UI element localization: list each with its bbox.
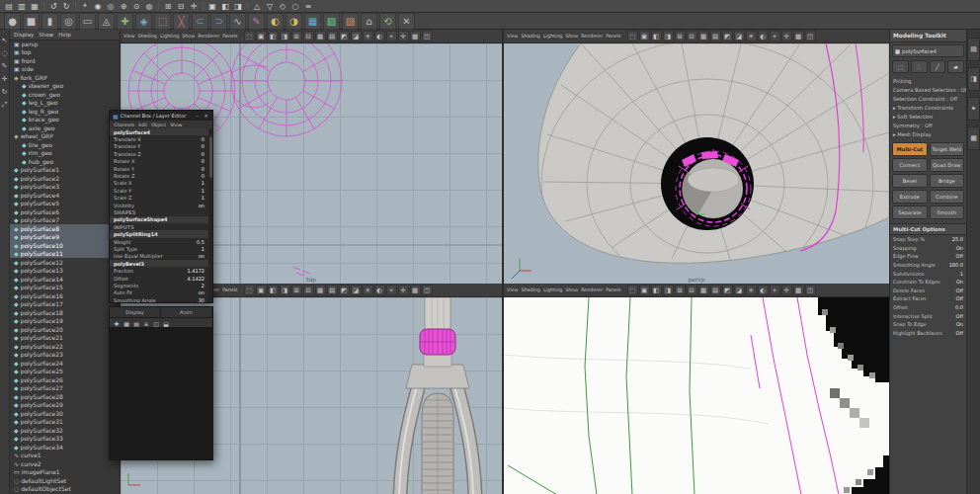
file-open-icon[interactable]: ▥ [16, 1, 28, 12]
channel-value[interactable]: on [199, 253, 204, 259]
viewport-toolbar-icon[interactable]: ◧ [268, 285, 279, 295]
channel-value[interactable]: 2 [202, 283, 204, 288]
channel-row[interactable]: Segments 2 [110, 282, 208, 288]
outliner-item[interactable]: ◆ steerer_geo [10, 82, 120, 91]
modeling-toolkit-tab-icon[interactable]: ▦ [967, 126, 980, 150]
viewport-toolbar-icon[interactable]: ⌖ [770, 285, 780, 295]
outliner-item[interactable]: ◆ polySurface24 [10, 359, 120, 368]
channel-value[interactable]: 0.5 [197, 239, 204, 245]
viewport-menu[interactable]: Panels [222, 34, 237, 39]
viewport-toolbar-icon[interactable]: ✛ [398, 31, 409, 41]
channel-box-menu[interactable]: Show [170, 123, 182, 127]
option-value[interactable]: 0.0 [955, 304, 963, 310]
viewport-menu[interactable]: Lighting [543, 288, 562, 292]
edge-mode-icon[interactable]: ╱ [930, 60, 946, 73]
viewport-toolbar-icon[interactable]: ◧ [651, 285, 662, 295]
viewport-toolbar-icon[interactable]: ◩ [722, 285, 733, 295]
default-material-icon[interactable]: ○ [289, 1, 301, 12]
separator[interactable]: ┆ [156, 1, 161, 12]
ipr-render-icon[interactable]: ◧ [219, 1, 231, 12]
viewport-toolbar-icon[interactable]: ◐ [374, 285, 385, 295]
tool-button[interactable]: Smooth [930, 206, 965, 219]
window-titlebar[interactable]: ▦ Channel Box / Layer Editor – ✕ [110, 111, 212, 121]
layer-list-icon[interactable]: ▤ [132, 319, 140, 327]
viewport-toolbar-icon[interactable]: ◐ [758, 285, 769, 295]
outliner-item[interactable]: ◆ polySurface5 [10, 200, 120, 208]
tool-option-row[interactable]: Constrain To Edges On [890, 278, 966, 287]
outliner-item[interactable]: ◆ polySurface8 [10, 224, 120, 233]
tool-button[interactable]: Separate [892, 206, 928, 219]
option-value[interactable]: On [956, 279, 963, 285]
add-divisions-icon[interactable]: ✚ [117, 13, 133, 30]
layer-editor-tab[interactable]: Anim [161, 307, 212, 317]
viewport-toolbar-icon[interactable]: ⌖ [386, 31, 397, 41]
channel-row[interactable]: Translate Z 0 [110, 150, 208, 157]
option-value[interactable]: 180.0 [949, 262, 963, 268]
outliner-item[interactable]: ◆ polySurface3 [10, 183, 120, 192]
viewport-toolbar-icon[interactable]: ▩ [793, 31, 804, 41]
viewport-toolbar-icon[interactable]: ◐ [758, 31, 769, 41]
snap-point-icon[interactable]: ◎ [105, 1, 117, 12]
outliner-item[interactable]: ◆ polySurface29 [10, 401, 120, 410]
sidebar-toggle-icon[interactable]: ≡ [302, 1, 314, 12]
file-save-icon[interactable]: ▦ [29, 1, 41, 12]
move-layer-up-icon[interactable]: ◫ [152, 319, 160, 327]
tool-button[interactable]: Extrude [892, 190, 928, 204]
smooth-icon[interactable]: ◈ [135, 13, 152, 30]
channel-row[interactable]: Visibility on [110, 202, 208, 208]
viewport-toolbar-icon[interactable]: ◪ [734, 31, 745, 41]
viewport-toolbar-icon[interactable]: ⊞ [675, 285, 686, 295]
toolkit-section-row[interactable]: ▸ Transform Constraints [890, 103, 966, 112]
outliner-item[interactable]: ◈ fork_GRP [10, 73, 120, 82]
viewport-toolbar-icon[interactable]: ▣ [256, 31, 267, 41]
new-layer-from-selected-icon[interactable]: ▦ [122, 319, 130, 327]
tool-button[interactable]: Quad Draw [930, 158, 965, 172]
viewport-toolbar-icon[interactable]: ▣ [639, 31, 650, 41]
outliner-item[interactable]: ◆ polySurface9 [10, 233, 120, 242]
viewport-toolbar-icon[interactable]: ◫ [805, 285, 816, 295]
toolkit-section-row[interactable]: Camera Based Selection : Off [890, 85, 966, 94]
viewport-toolbar-icon[interactable]: ◪ [351, 31, 362, 41]
viewport-toolbar-icon[interactable]: ▤ [327, 31, 338, 41]
channel-value[interactable]: 0 [202, 166, 204, 172]
channel-value[interactable]: 1 [202, 195, 204, 201]
viewport-toolbar-icon[interactable]: ⊟ [687, 31, 697, 41]
viewport-menu[interactable]: Panels [606, 288, 620, 292]
symmetry-icon[interactable]: △ [251, 1, 263, 12]
option-value[interactable]: 1 [960, 271, 963, 277]
snap-view-plane-icon[interactable]: ⊙ [130, 1, 142, 12]
viewport-menu[interactable]: Lighting [160, 34, 179, 39]
channel-row[interactable]: Offset 4.1422 [110, 275, 208, 282]
toolkit-section-row[interactable]: Symmetry : Off [890, 121, 966, 129]
outliner-item[interactable]: ◆ polySurface17 [10, 300, 120, 309]
active-mesh-button[interactable]: ▦ polySurface4 [892, 44, 964, 57]
connect-icon[interactable]: ▨ [342, 13, 359, 30]
move-tool-icon[interactable]: ✛ [0, 74, 9, 83]
ep-curve-icon[interactable]: ∿ [229, 13, 246, 30]
viewport-toolbar-icon[interactable]: ⌖ [386, 285, 397, 295]
channel-row[interactable]: INPUTS [110, 223, 208, 230]
minimize-button[interactable]: – [194, 113, 201, 119]
separator[interactable]: ┆ [73, 1, 78, 12]
viewport-toolbar-icon[interactable]: ◪ [734, 285, 745, 295]
render-settings-icon[interactable]: ◨ [232, 1, 244, 12]
channel-box-tab-icon[interactable]: ▤ [967, 38, 980, 61]
outliner-item[interactable]: ◆ polySurface22 [10, 342, 120, 351]
channel-box-menu[interactable]: Channels [114, 123, 134, 127]
viewport-menu[interactable]: Panels [222, 288, 237, 292]
outliner-item[interactable]: ◆ polySurface25 [10, 368, 120, 376]
channel-row[interactable]: Scale Y 1 [110, 187, 208, 194]
render-view-icon[interactable]: ▣ [206, 1, 218, 12]
toolkit-section-row[interactable]: Selection Constraint : Off [890, 94, 966, 103]
outliner-item[interactable]: ◆ polySurface12 [10, 258, 120, 267]
outliner-item[interactable]: ◆ polySurface16 [10, 291, 120, 300]
outliner-item[interactable]: ◈ wheel_GRP [10, 132, 120, 141]
viewport-toolbar-icon[interactable]: ◫ [422, 31, 433, 41]
outliner-item[interactable]: ∿ curve1 [10, 452, 120, 460]
viewport-toolbar-icon[interactable]: ◫ [805, 31, 816, 41]
channel-value[interactable]: on [199, 203, 204, 208]
file-new-icon[interactable]: ▤ [3, 1, 15, 12]
delete-history-icon[interactable]: ✕ [398, 13, 415, 30]
viewport-menu[interactable]: Show [182, 34, 195, 39]
viewport-menu[interactable]: View [507, 288, 518, 292]
